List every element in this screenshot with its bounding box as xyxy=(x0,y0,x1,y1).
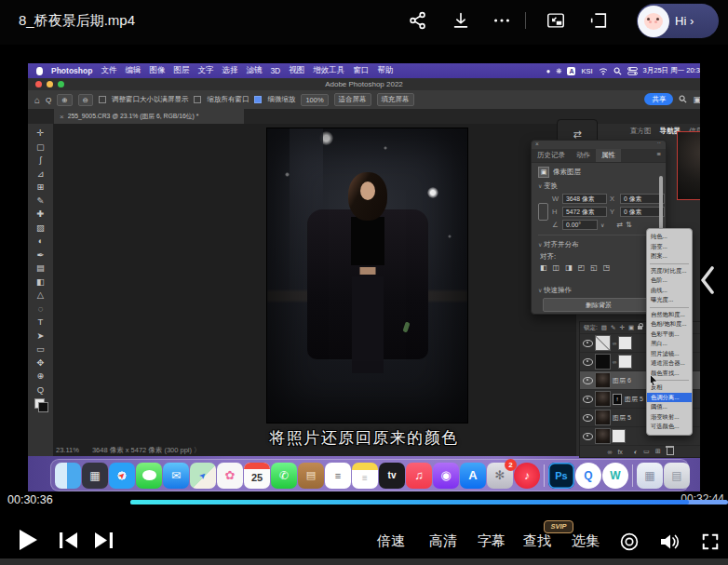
music-app-red-icon[interactable]: ♪ xyxy=(514,463,540,489)
crop-tool[interactable]: ⊞ xyxy=(37,181,45,195)
blur-tool[interactable]: ◌ xyxy=(38,303,44,316)
path-select-tool[interactable]: ➤ xyxy=(37,330,45,343)
resize-windows-checkbox[interactable] xyxy=(99,96,106,103)
picture-in-picture-icon[interactable] xyxy=(546,10,566,31)
brush-tool[interactable]: ▨ xyxy=(36,222,45,235)
podcasts-icon[interactable]: ◉ xyxy=(433,463,459,489)
menu-item-channel-mixer[interactable]: 通道混合器... xyxy=(647,358,692,369)
fit-screen-button[interactable]: 适合屏幕 xyxy=(334,93,371,106)
visibility-eye-icon[interactable] xyxy=(583,358,593,366)
menu-select[interactable]: 选择 xyxy=(222,65,237,76)
lock-pixels-icon[interactable]: ✎ xyxy=(611,324,615,331)
quick-actions-header[interactable]: 快速操作 xyxy=(538,286,659,295)
menu-item-color-balance[interactable]: 色彩平衡... xyxy=(647,330,692,340)
menu-filter[interactable]: 滤镜 xyxy=(246,65,262,76)
tab-actions[interactable]: 动作 xyxy=(571,149,596,162)
menu-item-levels[interactable]: 色阶... xyxy=(647,276,692,286)
menubar-clock[interactable]: 3月25日 周一 20:34 xyxy=(643,66,700,75)
record-settings-icon[interactable] xyxy=(619,531,640,552)
lock-all-icon[interactable] xyxy=(638,326,642,330)
photoshop-dock-icon[interactable]: Ps xyxy=(548,463,574,489)
align-more-button[interactable]: ... xyxy=(538,275,657,283)
quick-selection-tool[interactable]: ⊿ xyxy=(37,168,45,182)
menu-file[interactable]: 文件 xyxy=(101,65,116,76)
find-button[interactable]: 查找 xyxy=(523,532,551,550)
files-folder-icon[interactable]: ▦ xyxy=(637,463,663,489)
y-field[interactable]: 0 像素 xyxy=(620,207,665,217)
tab-properties[interactable]: 属性 xyxy=(596,149,621,162)
menu-item-gradient[interactable]: 渐变... xyxy=(647,242,692,252)
link-layers-icon[interactable]: ∞ xyxy=(607,449,612,455)
menu-photoshop[interactable]: Photoshop xyxy=(51,66,92,75)
finder-icon[interactable] xyxy=(55,463,81,489)
layer-mask-thumbnail[interactable] xyxy=(619,356,631,368)
zoom-tool-icon[interactable]: Q xyxy=(46,96,51,104)
ps-search-icon[interactable] xyxy=(679,95,687,103)
zoom-100-button[interactable]: 100% xyxy=(301,94,328,106)
menu-3d[interactable]: 3D xyxy=(270,66,280,75)
canvas-area[interactable] xyxy=(53,124,575,456)
contacts-icon[interactable]: ▤ xyxy=(298,463,324,489)
background-color[interactable] xyxy=(38,402,48,412)
maps-icon[interactable]: ➤ xyxy=(190,463,216,489)
workspace-layout-icon[interactable]: ▣ xyxy=(693,95,700,104)
delete-layer-icon[interactable] xyxy=(667,448,674,455)
mini-player-icon[interactable] xyxy=(588,10,609,31)
menu-edit[interactable]: 编辑 xyxy=(125,65,141,76)
hand-tool[interactable]: ✥ xyxy=(37,356,45,370)
quality-button[interactable]: 高清 xyxy=(429,532,457,550)
x-field[interactable]: 0 像素 xyxy=(620,194,665,204)
messages-icon[interactable] xyxy=(136,463,162,489)
user-avatar-button[interactable]: Hi › xyxy=(637,4,719,38)
download-icon[interactable] xyxy=(451,10,471,31)
wifi-icon[interactable] xyxy=(599,67,608,75)
notes-icon[interactable]: ≡ xyxy=(352,463,378,489)
menu-item-posterize-highlighted[interactable]: 色调分离... xyxy=(647,393,692,403)
close-tab-icon[interactable]: × xyxy=(60,113,64,121)
menu-layer[interactable]: 图层 xyxy=(173,65,189,76)
visibility-eye-icon[interactable] xyxy=(583,414,593,422)
visibility-eye-icon[interactable] xyxy=(583,377,593,384)
flip-vertical-icon[interactable]: ⇅ xyxy=(626,221,632,229)
align-center-h-icon[interactable]: ◫ xyxy=(553,263,560,272)
safari-icon[interactable]: ➤ xyxy=(109,463,135,489)
visibility-eye-icon[interactable] xyxy=(583,340,593,347)
align-right-icon[interactable]: ◨ xyxy=(565,263,573,272)
menu-item-solid-color[interactable]: 纯色... xyxy=(647,232,692,242)
lock-transparency-icon[interactable]: ▨ xyxy=(601,324,607,331)
lock-artboard-icon[interactable]: ▣ xyxy=(628,324,634,331)
menu-image[interactable]: 图像 xyxy=(149,65,165,76)
next-track-button[interactable] xyxy=(92,531,115,550)
panel-close-icon[interactable]: × xyxy=(535,141,539,147)
zoom-in-button[interactable]: ⊕ xyxy=(57,94,72,106)
launchpad-icon[interactable]: ▦ xyxy=(82,463,108,489)
mail-icon[interactable]: ✉ xyxy=(163,463,189,489)
link-dimensions-icon[interactable] xyxy=(538,203,548,221)
spotlight-search-icon[interactable] xyxy=(613,67,622,75)
side-panel-toggle-chevron[interactable] xyxy=(700,266,715,294)
search-tool[interactable]: Q xyxy=(37,383,44,397)
healing-brush-tool[interactable]: ✚ xyxy=(37,208,45,222)
home-icon[interactable]: ⌂ xyxy=(34,95,40,105)
q-app-icon[interactable]: Q xyxy=(575,463,601,489)
align-bottom-icon[interactable]: ◳ xyxy=(603,263,611,272)
app-store-icon[interactable]: A xyxy=(460,463,486,489)
align-section-header[interactable]: 对齐并分布 xyxy=(538,240,659,249)
music-icon[interactable]: ♫ xyxy=(406,463,432,489)
eraser-tool[interactable]: ▤ xyxy=(36,262,45,276)
adjustment-layer-icon[interactable]: ◐ xyxy=(634,449,638,455)
type-tool[interactable]: T xyxy=(38,316,44,330)
share-icon[interactable] xyxy=(408,10,428,31)
layer-mask-thumbnail[interactable] xyxy=(619,337,631,349)
color-swatches[interactable] xyxy=(34,398,47,411)
transform-section-header[interactable]: 变换 xyxy=(538,182,659,191)
menu-item-vibrance[interactable]: 自然饱和度... xyxy=(647,310,692,320)
trash-icon[interactable]: ▤ xyxy=(664,463,690,489)
fill-screen-button[interactable]: 填充屏幕 xyxy=(377,93,414,106)
subtitles-button[interactable]: 字幕 xyxy=(478,532,506,550)
panel-collapse-icon[interactable]: ·· xyxy=(657,140,661,146)
height-field[interactable]: 5472 像素 xyxy=(562,207,607,217)
menu-item-black-white[interactable]: 黑白... xyxy=(647,339,692,349)
dodge-tool[interactable]: △ xyxy=(37,289,44,303)
tab-histogram[interactable]: 直方图 xyxy=(630,127,652,136)
